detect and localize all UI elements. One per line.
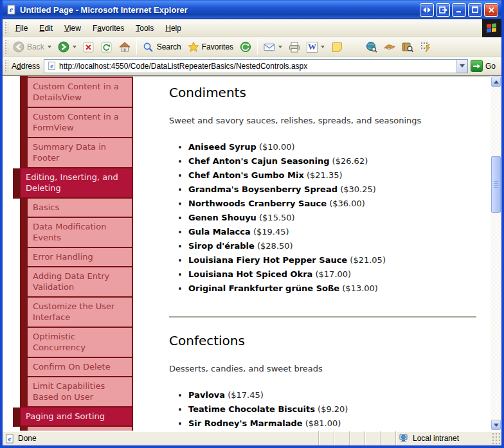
sidebar-item-simple-paging-sorting[interactable]: Simple Paging & Sorting Examples xyxy=(28,427,133,431)
product-item: Teatime Chocolate Biscuits ($9.20) xyxy=(188,404,476,414)
lessons-sidebar: Custom Content in a DetailsView Custom C… xyxy=(3,76,133,431)
sidebar-item-custom-content-formview[interactable]: Custom Content in a FormView xyxy=(28,108,133,138)
product-item: Pavlova ($17.45) xyxy=(188,390,476,400)
address-input[interactable]: http://localhost:4550/Code/DataListRepea… xyxy=(58,62,456,71)
refresh-icon xyxy=(101,41,113,53)
edit-dropdown-icon[interactable] xyxy=(321,46,325,48)
address-combo[interactable]: e http://localhost:4550/Code/DataListRep… xyxy=(44,59,468,73)
search-button[interactable]: Search xyxy=(140,39,184,55)
forward-button[interactable] xyxy=(55,39,80,55)
favorites-button[interactable]: Favorites xyxy=(184,39,237,55)
forward-dropdown-icon[interactable] xyxy=(73,46,76,48)
mail-button[interactable] xyxy=(260,39,285,55)
research-button[interactable] xyxy=(381,39,399,55)
back-dropdown-icon[interactable] xyxy=(48,46,51,48)
ie-page-icon: e xyxy=(5,434,15,444)
vertical-scrollbar[interactable] xyxy=(491,76,501,431)
svg-text:e: e xyxy=(8,435,12,442)
address-dropdown-button[interactable] xyxy=(456,60,467,73)
menu-bar-grip[interactable] xyxy=(4,21,8,35)
pan-left-right-button[interactable] xyxy=(420,3,434,17)
sidebar-item-basics[interactable]: Basics xyxy=(28,199,133,218)
product-name: Louisiana Fiery Hot Pepper Sauce xyxy=(188,255,347,265)
address-bar-grip[interactable] xyxy=(4,58,8,73)
product-name: Gula Malacca xyxy=(188,227,251,237)
minimize-button[interactable] xyxy=(452,3,466,17)
script-debug-button[interactable] xyxy=(417,39,435,55)
category-title-confections: Confections xyxy=(169,333,476,348)
svg-text:e: e xyxy=(10,5,14,14)
address-label: Address xyxy=(10,62,44,71)
menu-tools[interactable]: Tools xyxy=(130,21,159,35)
product-item: Gula Malacca ($19.45) xyxy=(188,227,476,237)
forward-icon xyxy=(58,41,69,53)
sidebar-item-confirm-on-delete[interactable]: Confirm On Delete xyxy=(28,358,133,377)
history-button[interactable] xyxy=(237,39,255,55)
status-pane xyxy=(334,431,349,445)
menu-file[interactable]: File xyxy=(10,21,33,35)
status-message-pane: e Done xyxy=(3,434,318,444)
back-label: Back xyxy=(27,42,44,51)
go-button[interactable]: Go xyxy=(468,58,500,73)
ie-page-icon: e xyxy=(6,4,17,15)
status-bar: e Done Local intranet xyxy=(3,431,501,445)
toolbar-grip[interactable] xyxy=(4,39,8,55)
product-list-confections: Pavlova ($17.45) Teatime Chocolate Biscu… xyxy=(169,390,476,431)
menu-view[interactable]: View xyxy=(59,21,87,35)
messenger-note-button[interactable] xyxy=(328,39,346,55)
pop-out-button[interactable] xyxy=(436,3,450,17)
category-title-condiments: Condiments xyxy=(169,85,476,100)
sidebar-item-adding-data-entry-validation[interactable]: Adding Data Entry Validation xyxy=(28,267,133,298)
sidebar-item-data-modification-events[interactable]: Data Modification Events xyxy=(28,218,133,248)
sidebar-item-limit-capabilities[interactable]: Limit Capabilities Based on User xyxy=(28,377,133,408)
mail-dropdown-icon[interactable] xyxy=(278,46,282,48)
sidebar-item-error-handling[interactable]: Error Handling xyxy=(28,248,133,267)
lessons-menu: Custom Content in a DetailsView Custom C… xyxy=(3,76,133,431)
sidebar-item-customize-user-interface[interactable]: Customize the User Interface xyxy=(28,298,133,328)
sidebar-item-custom-content-detailsview[interactable]: Custom Content in a DetailsView xyxy=(28,76,133,108)
standard-toolbar: Back Searc xyxy=(3,37,501,57)
product-price: ($13.00) xyxy=(342,283,378,293)
word-icon: W xyxy=(307,42,318,53)
home-icon xyxy=(119,41,130,53)
window-resize-grip[interactable] xyxy=(492,431,501,445)
sidebar-item-editing-inserting-deleting[interactable]: Editing, Inserting, and Deleting xyxy=(13,168,133,199)
product-item: Louisiana Hot Spiced Okra ($17.00) xyxy=(188,269,476,279)
maximize-button[interactable] xyxy=(468,3,482,17)
book-search-button[interactable] xyxy=(399,39,417,55)
product-item: Northwoods Cranberry Sauce ($36.00) xyxy=(188,199,476,208)
product-name: Sir Rodney's Marmalade xyxy=(188,418,303,428)
stop-button[interactable] xyxy=(80,39,98,55)
home-button[interactable] xyxy=(116,39,134,55)
scrollbar-thumb[interactable] xyxy=(491,156,501,213)
sidebar-item-optimistic-concurrency[interactable]: Optimistic Concurrency xyxy=(28,328,133,358)
scroll-up-button[interactable] xyxy=(491,76,501,87)
grid-lightning-icon xyxy=(420,41,431,53)
product-price: ($19.45) xyxy=(253,227,289,237)
sidebar-item-paging-and-sorting[interactable]: Paging and Sorting xyxy=(13,408,133,427)
refresh-button[interactable] xyxy=(98,39,116,55)
product-price: ($17.00) xyxy=(316,269,352,279)
edit-with-word-button[interactable]: W xyxy=(303,40,328,55)
product-name: Northwoods Cranberry Sauce xyxy=(188,199,327,208)
window-title: Untitled Page - Microsoft Internet Explo… xyxy=(20,5,418,15)
sidebar-item-summary-data-footer[interactable]: Summary Data in Footer xyxy=(28,138,133,168)
product-item: Sir Rodney's Marmalade ($81.00) xyxy=(188,418,476,428)
menu-help[interactable]: Help xyxy=(159,21,187,35)
product-name: Chef Anton's Gumbo Mix xyxy=(188,170,304,180)
mail-icon xyxy=(264,41,275,53)
security-zone-pane: Local intranet xyxy=(395,431,492,445)
back-button[interactable]: Back xyxy=(10,39,55,55)
close-button[interactable] xyxy=(484,3,498,17)
product-price: ($81.00) xyxy=(305,418,341,428)
back-icon xyxy=(13,41,24,53)
product-price: ($9.20) xyxy=(318,404,348,414)
product-price: ($21.05) xyxy=(350,255,386,265)
globe-search-button[interactable] xyxy=(363,39,381,55)
product-item: Aniseed Syrup ($10.00) xyxy=(188,142,476,152)
menu-favorites[interactable]: Favorites xyxy=(87,21,130,35)
security-zone-text: Local intranet xyxy=(413,434,459,443)
scroll-down-button[interactable] xyxy=(491,420,501,430)
print-button[interactable] xyxy=(285,39,303,55)
menu-edit[interactable]: Edit xyxy=(33,21,59,35)
